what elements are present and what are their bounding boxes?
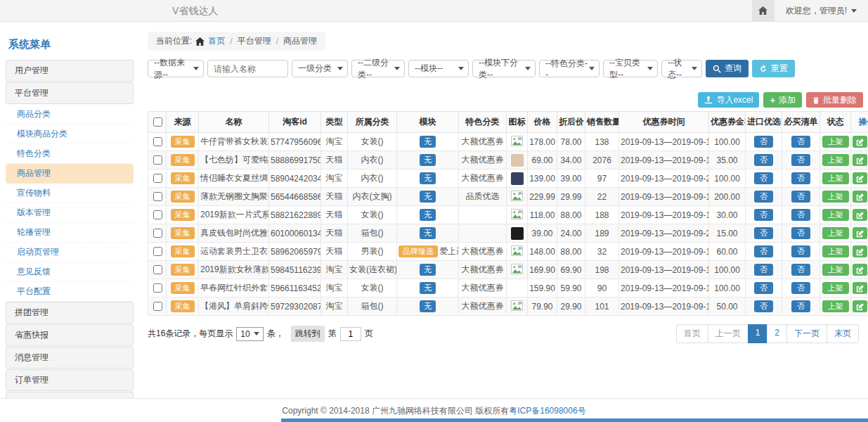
- status-badge[interactable]: 上架: [822, 191, 849, 203]
- page-button[interactable]: 末页: [827, 324, 859, 343]
- must-buy-toggle[interactable]: 否: [791, 209, 810, 221]
- sidebar-item[interactable]: 拼团管理: [6, 302, 134, 324]
- must-buy-toggle[interactable]: 否: [791, 136, 810, 148]
- user-menu[interactable]: 欢迎您，管理员!: [775, 0, 868, 21]
- row-checkbox[interactable]: [153, 174, 162, 183]
- page-button[interactable]: 上一页: [708, 324, 749, 343]
- row-checkbox[interactable]: [153, 137, 162, 146]
- sidebar-item[interactable]: 省惠快报: [6, 324, 134, 346]
- status-badge[interactable]: 上架: [822, 245, 849, 257]
- status-badge[interactable]: 上架: [822, 282, 849, 294]
- must-buy-toggle[interactable]: 否: [791, 282, 810, 294]
- edit-button[interactable]: [853, 300, 867, 312]
- filter-select[interactable]: 一级分类: [292, 60, 348, 77]
- filter-select[interactable]: --模块下分类--: [472, 60, 536, 77]
- home-button[interactable]: [752, 0, 775, 21]
- status-badge[interactable]: 上架: [822, 136, 849, 148]
- sidebar-item[interactable]: 消息管理: [6, 347, 134, 369]
- row-checkbox[interactable]: [153, 265, 162, 274]
- edit-button[interactable]: [853, 264, 867, 276]
- status-badge[interactable]: 上架: [822, 209, 849, 221]
- edit-button[interactable]: [853, 172, 867, 184]
- jump-button[interactable]: 跳转到: [291, 326, 325, 342]
- reset-button[interactable]: 重置: [752, 60, 795, 77]
- edit-button[interactable]: [853, 209, 867, 221]
- must-buy-toggle[interactable]: 否: [791, 172, 810, 184]
- import-select-toggle[interactable]: 否: [754, 191, 773, 203]
- edit-button[interactable]: [853, 245, 867, 257]
- status-badge[interactable]: 上架: [822, 227, 849, 239]
- table-row: 采集情侣睡衣女夏丝绸男士...589042420344淘宝内衣()无大额优惠券1…: [148, 170, 868, 188]
- source-badge: 采集: [171, 264, 195, 276]
- import-select-toggle[interactable]: 否: [754, 172, 773, 184]
- edit-button[interactable]: [853, 282, 867, 294]
- sidebar-item[interactable]: 版本管理: [6, 203, 134, 223]
- row-checkbox[interactable]: [153, 155, 162, 165]
- sidebar-item[interactable]: 轮播管理: [6, 223, 134, 243]
- query-button[interactable]: 查询: [706, 60, 749, 77]
- must-buy-toggle[interactable]: 否: [791, 191, 810, 203]
- sidebar-item[interactable]: 商品管理: [6, 164, 134, 184]
- status-badge[interactable]: 上架: [822, 264, 849, 276]
- edit-button[interactable]: [853, 191, 867, 203]
- taoke-id: 588216228899: [269, 206, 321, 224]
- filter-select[interactable]: --数据来源--: [148, 60, 204, 77]
- edit-button[interactable]: [853, 136, 867, 148]
- sidebar-item[interactable]: 平台配置: [6, 282, 134, 302]
- edit-button[interactable]: [853, 227, 867, 239]
- icp-link[interactable]: 粤ICP备16098006号: [509, 405, 585, 417]
- sidebar-item[interactable]: 启动页管理: [6, 243, 134, 262]
- breadcrumb-home-link[interactable]: 首页: [208, 35, 225, 47]
- import-excel-button[interactable]: 导入excel: [698, 92, 759, 108]
- select-all-checkbox[interactable]: [153, 117, 162, 127]
- sidebar-item[interactable]: 订单管理: [6, 369, 134, 391]
- sidebar-item[interactable]: 平台管理: [6, 82, 134, 104]
- sidebar-item[interactable]: 宣传物料: [6, 184, 134, 203]
- price: 39.00: [528, 224, 557, 243]
- row-checkbox[interactable]: [153, 302, 162, 311]
- batch-delete-button[interactable]: 批量删除: [806, 92, 863, 108]
- row-checkbox[interactable]: [153, 283, 162, 293]
- sidebar-item[interactable]: 意见反馈: [6, 262, 134, 282]
- import-select-toggle[interactable]: 否: [754, 282, 773, 294]
- sidebar-item[interactable]: 特色分类: [6, 144, 134, 164]
- edit-button[interactable]: [853, 154, 867, 166]
- status-badge[interactable]: 上架: [822, 172, 849, 184]
- status-badge[interactable]: 上架: [822, 154, 849, 166]
- must-buy-toggle[interactable]: 否: [791, 154, 810, 166]
- taoke-id: 598451162391: [269, 261, 321, 279]
- batch-delete-label: 批量删除: [823, 94, 857, 106]
- filter-select[interactable]: --宝贝类型--: [603, 60, 658, 77]
- page-button[interactable]: 2: [767, 324, 787, 343]
- import-select-toggle[interactable]: 否: [754, 154, 773, 166]
- sidebar-item[interactable]: 模块商品分类: [6, 124, 134, 144]
- page-button[interactable]: 下一页: [786, 324, 827, 343]
- name-search-input[interactable]: [207, 60, 288, 77]
- filter-select[interactable]: --二级分类--: [351, 60, 405, 77]
- per-page-select[interactable]: 10: [236, 327, 263, 341]
- add-button[interactable]: 添加: [763, 92, 802, 108]
- import-select-toggle[interactable]: 否: [754, 300, 773, 312]
- row-checkbox[interactable]: [153, 192, 162, 201]
- must-buy-toggle[interactable]: 否: [791, 227, 810, 239]
- status-badge[interactable]: 上架: [822, 300, 849, 312]
- sidebar-item[interactable]: 商品分类: [6, 105, 134, 124]
- filter-select[interactable]: --模块--: [408, 60, 469, 77]
- row-checkbox[interactable]: [153, 229, 162, 238]
- page-button[interactable]: 首页: [676, 324, 708, 343]
- page-button[interactable]: 1: [748, 324, 768, 343]
- row-checkbox[interactable]: [153, 210, 162, 219]
- import-select-toggle[interactable]: 否: [754, 209, 773, 221]
- import-select-toggle[interactable]: 否: [754, 264, 773, 276]
- filter-select[interactable]: --特色分类--: [539, 60, 600, 77]
- must-buy-toggle[interactable]: 否: [791, 245, 810, 257]
- row-checkbox[interactable]: [153, 247, 162, 256]
- sidebar-item[interactable]: 用户管理: [6, 60, 134, 82]
- import-select-toggle[interactable]: 否: [754, 245, 773, 257]
- page-number-input[interactable]: [340, 327, 361, 341]
- import-select-toggle[interactable]: 否: [754, 227, 773, 239]
- must-buy-toggle[interactable]: 否: [791, 300, 810, 312]
- filter-select[interactable]: --状态--: [661, 60, 702, 77]
- import-select-toggle[interactable]: 否: [754, 136, 773, 148]
- must-buy-toggle[interactable]: 否: [791, 264, 810, 276]
